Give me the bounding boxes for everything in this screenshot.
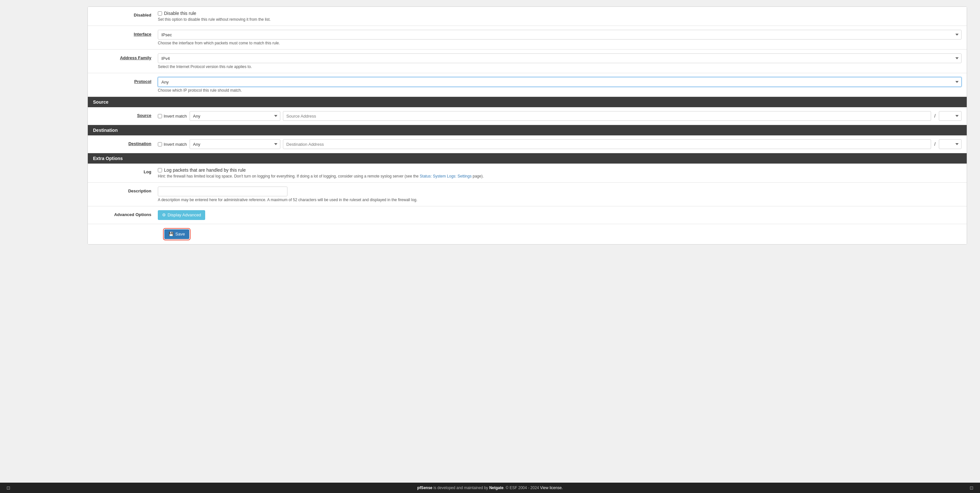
description-content: A description may be entered here for ad… — [158, 187, 961, 202]
address-family-content: IPv4 IPv6 IPv4+IPv6 Select the Internet … — [158, 54, 961, 69]
gear-icon: ⚙ — [162, 212, 166, 218]
destination-invert-label: Invert match — [158, 142, 187, 147]
destination-type-select[interactable]: Any Single host or alias LAN net WAN net — [189, 139, 280, 149]
footer-view-license[interactable]: View license. — [540, 485, 563, 490]
description-help: A description may be entered here for ad… — [158, 198, 961, 202]
address-family-help: Select the Internet Protocol version thi… — [158, 65, 961, 69]
log-checkbox[interactable] — [158, 168, 162, 172]
advanced-options-label: Advanced Options — [93, 210, 158, 217]
log-row: Log Log packets that are handled by this… — [88, 163, 967, 183]
protocol-content: Any TCP UDP TCP/UDP ICMP Choose which IP… — [158, 77, 961, 93]
description-input[interactable] — [158, 187, 288, 196]
destination-content: Invert match Any Single host or alias LA… — [158, 139, 961, 149]
interface-content: IPsec LAN WAN Choose the interface from … — [158, 30, 961, 45]
protocol-row: Protocol Any TCP UDP TCP/UDP ICMP Choose… — [88, 73, 967, 97]
disabled-content: Disable this rule Set this option to dis… — [158, 11, 961, 22]
protocol-help: Choose which IP protocol this rule shoul… — [158, 88, 961, 93]
save-button[interactable]: 💾 Save — [164, 229, 189, 239]
interface-select[interactable]: IPsec LAN WAN — [158, 30, 961, 40]
source-invert-checkbox[interactable] — [158, 114, 162, 118]
source-type-select[interactable]: Any Single host or alias LAN net WAN net — [189, 111, 280, 121]
log-checkbox-label: Log packets that are handled by this rul… — [164, 168, 246, 173]
destination-slash: / — [934, 141, 936, 147]
destination-section-header: Destination — [88, 125, 967, 135]
footer-brand: pfSense — [417, 485, 433, 490]
log-label: Log — [93, 168, 158, 174]
log-content: Log packets that are handled by this rul… — [158, 168, 961, 179]
log-help: Hint: the firewall has limited local log… — [158, 174, 961, 179]
save-row: 💾 Save — [88, 224, 967, 244]
disabled-checkbox-label: Disable this rule — [164, 11, 196, 16]
footer-left-icon[interactable]: ⊡ — [6, 485, 10, 490]
footer-right-icon[interactable]: ⊡ — [970, 485, 974, 490]
protocol-select[interactable]: Any TCP UDP TCP/UDP ICMP — [158, 77, 961, 87]
interface-label: Interface — [93, 30, 158, 36]
log-help-link[interactable]: Status: System Logs: Settings — [420, 174, 471, 179]
extra-options-section-header: Extra Options — [88, 153, 967, 163]
advanced-options-row: Advanced Options ⚙ Display Advanced — [88, 206, 967, 224]
source-cidr-select[interactable]: 8 16 24 32 — [939, 111, 961, 121]
destination-row: Destination Invert match Any Single host… — [88, 135, 967, 153]
source-row: Source Invert match Any Single host or a… — [88, 107, 967, 125]
display-advanced-button[interactable]: ⚙ Display Advanced — [158, 210, 205, 220]
source-address-input[interactable] — [283, 111, 931, 121]
disabled-checkbox[interactable] — [158, 11, 162, 16]
disabled-help: Set this option to disable this rule wit… — [158, 17, 961, 22]
protocol-label: Protocol — [93, 77, 158, 84]
advanced-options-content: ⚙ Display Advanced — [158, 210, 961, 220]
address-family-label: Address Family — [93, 54, 158, 60]
source-invert-label: Invert match — [158, 114, 187, 119]
destination-label: Destination — [93, 139, 158, 146]
interface-help: Choose the interface from which packets … — [158, 41, 961, 45]
footer-copyright: . © ESF 2004 - 2024 — [504, 485, 540, 490]
save-icon: 💾 — [169, 231, 174, 237]
source-section-header: Source — [88, 97, 967, 107]
footer-desc-prefix: is developed and maintained by — [432, 485, 489, 490]
footer-maintainer: Netgate — [489, 485, 504, 490]
address-family-select[interactable]: IPv4 IPv6 IPv4+IPv6 — [158, 54, 961, 63]
destination-address-input[interactable] — [283, 139, 931, 149]
address-family-row: Address Family IPv4 IPv6 IPv4+IPv6 Selec… — [88, 49, 967, 73]
description-label: Description — [93, 187, 158, 193]
footer: ⊡ pfSense is developed and maintained by… — [0, 483, 980, 493]
disabled-row: Disabled Disable this rule Set this opti… — [88, 7, 967, 26]
destination-invert-checkbox[interactable] — [158, 142, 162, 146]
footer-center: pfSense is developed and maintained by N… — [10, 485, 970, 490]
interface-row: Interface IPsec LAN WAN Choose the inter… — [88, 26, 967, 49]
source-slash: / — [934, 113, 936, 119]
description-row: Description A description may be entered… — [88, 183, 967, 206]
destination-cidr-select[interactable]: 8 16 24 32 — [939, 139, 961, 149]
source-content: Invert match Any Single host or alias LA… — [158, 111, 961, 121]
source-label: Source — [93, 111, 158, 118]
disabled-label: Disabled — [93, 11, 158, 17]
